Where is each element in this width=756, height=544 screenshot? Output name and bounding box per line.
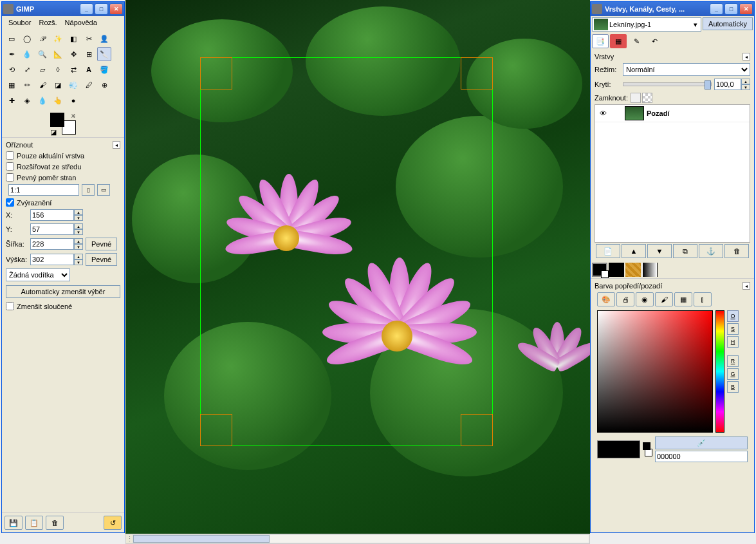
x-spin-up[interactable]: ▲	[74, 209, 83, 215]
by-color-select-tool[interactable]: ◧	[66, 32, 80, 46]
rotate-tool[interactable]: ⟲	[5, 62, 19, 77]
image-dropdown-button[interactable]: ▾	[690, 21, 701, 29]
eyedropper-button[interactable]: 💉	[655, 436, 748, 449]
tool-options-menu-button[interactable]: ◂	[113, 141, 120, 149]
image-canvas[interactable]	[125, 0, 590, 544]
crop-tool[interactable]: 🔪	[97, 47, 111, 61]
restore-options-button[interactable]: 📋	[25, 516, 43, 530]
mode-r-button[interactable]: R	[727, 355, 739, 367]
landscape-button[interactable]: ▭	[97, 184, 110, 196]
toolbox-titlebar[interactable]: GIMP _ □ ✕	[2, 2, 124, 16]
lock-pixels-checkbox[interactable]	[631, 93, 641, 103]
width-input[interactable]	[30, 238, 74, 250]
paintbrush-tool[interactable]: 🖌	[35, 78, 50, 92]
y-spin-down[interactable]: ▼	[74, 229, 83, 235]
layer-list[interactable]: 👁 Pozadí	[595, 104, 750, 243]
height-input[interactable]	[30, 254, 74, 265]
text-tool[interactable]: A	[82, 62, 96, 77]
rect-select-tool[interactable]: ▭	[5, 32, 19, 46]
canvas-scrollbar-h[interactable]: ⋮	[125, 534, 590, 544]
dodge-burn-tool[interactable]: ●	[66, 93, 80, 108]
reset-colors-icon[interactable]: ◪	[50, 128, 57, 135]
shrink-merged-checkbox[interactable]	[6, 302, 14, 310]
scales-picker-button[interactable]: ⫿	[694, 292, 712, 306]
current-layer-checkbox[interactable]	[6, 151, 14, 160]
mode-s-button[interactable]: S	[727, 323, 739, 335]
shear-tool[interactable]: ▱	[35, 62, 50, 77]
heal-tool[interactable]: ✚	[5, 93, 19, 108]
fgbg-tab[interactable]	[592, 263, 607, 277]
anchor-layer-button[interactable]: ⚓	[699, 244, 723, 258]
paths-tab[interactable]: ✎	[628, 34, 645, 48]
y-spin-up[interactable]: ▲	[74, 223, 83, 229]
maximize-button[interactable]: □	[95, 3, 108, 15]
channels-tab[interactable]: ▦	[610, 34, 627, 48]
fg-color-swatch[interactable]	[50, 113, 64, 127]
dock-titlebar[interactable]: Vrstvy, Kanály, Cesty, ... _ □ ✕	[591, 2, 754, 16]
opacity-input[interactable]	[714, 79, 741, 90]
layer-visibility-icon[interactable]: 👁	[596, 109, 609, 117]
duplicate-layer-button[interactable]: ⧉	[673, 244, 697, 258]
color-picker-tool[interactable]: 💧	[20, 47, 34, 61]
airbrush-tool[interactable]: 💨	[66, 78, 80, 92]
crop-selection[interactable]	[200, 57, 493, 446]
crop-handle-tr[interactable]	[461, 57, 493, 89]
lower-layer-button[interactable]: ▼	[647, 244, 672, 258]
palette-picker-button[interactable]: ▦	[674, 292, 692, 306]
menu-ext[interactable]: Rozš.	[35, 17, 60, 28]
fuzzy-select-tool[interactable]: ✨	[51, 32, 65, 46]
patterns-tab[interactable]	[625, 263, 641, 277]
pencil-tool[interactable]: ✏	[20, 78, 34, 92]
crop-handle-br[interactable]	[461, 414, 493, 446]
hue-slider[interactable]	[715, 310, 724, 433]
expand-center-checkbox[interactable]	[6, 162, 14, 171]
perspective-tool[interactable]: ◊	[51, 62, 65, 77]
brush-picker-button[interactable]: 🖌	[655, 292, 673, 306]
move-tool[interactable]: ✥	[66, 47, 80, 61]
new-layer-button[interactable]: 📄	[596, 244, 620, 258]
x-input[interactable]	[30, 209, 74, 221]
layers-menu-button[interactable]: ◂	[742, 53, 750, 61]
foreground-select-tool[interactable]: 👤	[97, 32, 111, 46]
current-color-swatch[interactable]	[597, 440, 640, 458]
hex-input[interactable]	[655, 451, 748, 462]
free-select-tool[interactable]: 𝒫	[35, 32, 50, 46]
clone-tool[interactable]: ⊕	[97, 78, 111, 92]
blur-tool[interactable]: 💧	[35, 93, 50, 108]
minimize-button[interactable]: _	[710, 3, 723, 15]
zoom-tool[interactable]: 🔍	[35, 47, 50, 61]
bucket-fill-tool[interactable]: 🪣	[97, 62, 111, 77]
ink-tool[interactable]: 🖊	[82, 78, 96, 92]
measure-tool[interactable]: 📐	[51, 47, 65, 61]
flip-tool[interactable]: ⇄	[66, 62, 80, 77]
mode-g-button[interactable]: G	[727, 368, 739, 380]
wheel-picker-button[interactable]: ◉	[636, 292, 654, 306]
opacity-slider[interactable]	[623, 82, 712, 86]
h-spin-down[interactable]: ▼	[74, 259, 83, 265]
mode-o-button[interactable]: O	[727, 310, 739, 322]
aspect-input[interactable]	[8, 184, 79, 196]
align-tool[interactable]: ⊞	[82, 47, 96, 61]
brushes-tab[interactable]	[609, 263, 624, 277]
w-spin-up[interactable]: ▲	[74, 238, 83, 244]
perspective-clone-tool[interactable]: ◈	[20, 93, 34, 108]
undo-tab[interactable]: ↶	[646, 34, 663, 48]
auto-shrink-button[interactable]: Automaticky zmenšit výběr	[6, 285, 120, 298]
w-spin-down[interactable]: ▼	[74, 244, 83, 250]
menu-file[interactable]: Soubor	[5, 17, 35, 28]
delete-layer-button[interactable]: 🗑	[724, 244, 749, 258]
opacity-spin-down[interactable]: ▼	[741, 84, 750, 90]
color-panel-menu-button[interactable]: ◂	[742, 282, 750, 290]
scale-tool[interactable]: ⤢	[20, 62, 34, 77]
mini-fgbg[interactable]	[643, 442, 652, 456]
swap-colors-icon[interactable]: ⤭	[71, 113, 76, 119]
mode-b-button[interactable]: B	[727, 381, 739, 393]
printer-picker-button[interactable]: 🖨	[616, 292, 634, 306]
h-spin-up[interactable]: ▲	[74, 254, 83, 259]
ellipse-select-tool[interactable]: ◯	[20, 32, 34, 46]
mode-h-button[interactable]: H	[727, 336, 739, 348]
save-options-button[interactable]: 💾	[5, 516, 23, 530]
layer-row[interactable]: 👁 Pozadí	[595, 105, 750, 122]
portrait-button[interactable]: ▯	[82, 184, 95, 196]
highlight-checkbox[interactable]	[6, 198, 14, 207]
